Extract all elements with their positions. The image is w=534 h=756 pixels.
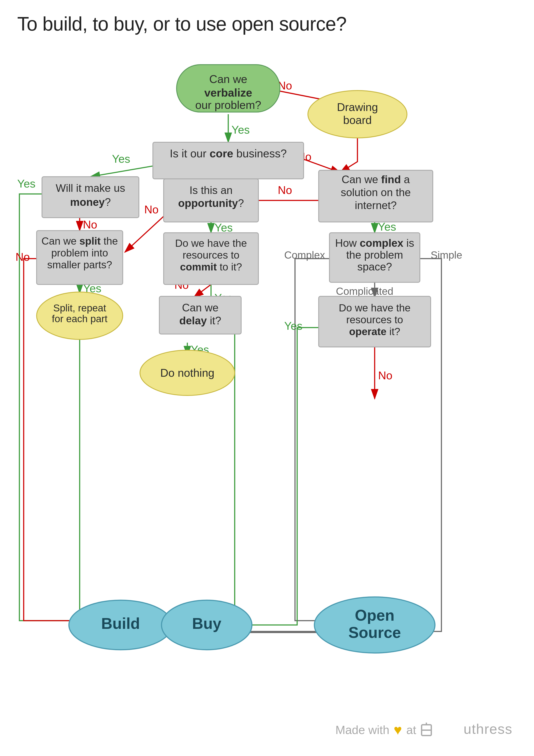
svg-text:Complicated: Complicated — [336, 285, 394, 297]
svg-text:Can we find a: Can we find a — [342, 174, 410, 186]
svg-text:Open: Open — [355, 607, 394, 624]
svg-text:Can we split the: Can we split the — [41, 235, 118, 247]
svg-text:resources to: resources to — [346, 314, 403, 325]
svg-text:Yes: Yes — [232, 123, 250, 136]
svg-text:resources to: resources to — [183, 249, 240, 261]
svg-text:No: No — [83, 218, 97, 231]
footer-text: Made with — [336, 723, 390, 737]
footer-heart: ♥ — [394, 722, 402, 738]
svg-text:operate it?: operate it? — [349, 326, 400, 337]
page-title: To build, to buy, or to use open source? — [17, 13, 346, 35]
svg-text:Yes: Yes — [17, 177, 36, 190]
svg-text:delay it?: delay it? — [179, 315, 221, 327]
svg-text:Will it make us: Will it make us — [56, 182, 125, 194]
footer-at: at — [406, 723, 416, 737]
svg-text:solution on the: solution on the — [341, 186, 411, 199]
svg-text:verbalize: verbalize — [204, 86, 252, 99]
svg-text:commit to it?: commit to it? — [180, 261, 242, 273]
svg-text:internet?: internet? — [355, 199, 397, 211]
svg-text:Buy: Buy — [192, 615, 221, 632]
footer-brand: uthress — [420, 721, 513, 739]
svg-text:No: No — [144, 203, 159, 216]
svg-text:board: board — [343, 114, 372, 126]
svg-text:Yes: Yes — [112, 152, 130, 165]
svg-text:Drawing: Drawing — [337, 101, 378, 113]
svg-text:How complex is: How complex is — [335, 237, 414, 249]
svg-text:Yes: Yes — [284, 320, 302, 332]
svg-text:money?: money? — [70, 196, 111, 208]
svg-text:problem into: problem into — [51, 247, 108, 258]
svg-text:Source: Source — [348, 624, 401, 641]
svg-text:space?: space? — [357, 261, 392, 273]
svg-text:Can we: Can we — [209, 73, 247, 85]
footer: Made with ♥ at uthress — [336, 721, 513, 739]
svg-text:No: No — [278, 184, 292, 196]
svg-text:our problem?: our problem? — [195, 99, 261, 111]
svg-text:opportunity?: opportunity? — [178, 197, 244, 209]
svg-text:Is it our core business?: Is it our core business? — [170, 147, 287, 160]
svg-text:Is this an: Is this an — [190, 184, 233, 196]
svg-line-25 — [194, 284, 211, 297]
svg-text:Split, repeat: Split, repeat — [53, 302, 106, 313]
svg-text:smaller parts?: smaller parts? — [47, 259, 112, 270]
svg-text:Can we: Can we — [182, 302, 218, 314]
svg-text:Do we have the: Do we have the — [339, 302, 411, 313]
svg-text:No: No — [378, 369, 392, 382]
svg-text:Yes: Yes — [215, 221, 233, 234]
svg-text:Do we have the: Do we have the — [175, 237, 247, 249]
svg-text:No: No — [15, 251, 30, 263]
svg-text:for each part: for each part — [52, 313, 108, 324]
svg-text:the problem: the problem — [346, 249, 403, 261]
svg-text:Do nothing: Do nothing — [160, 366, 215, 379]
svg-text:Build: Build — [101, 615, 140, 632]
